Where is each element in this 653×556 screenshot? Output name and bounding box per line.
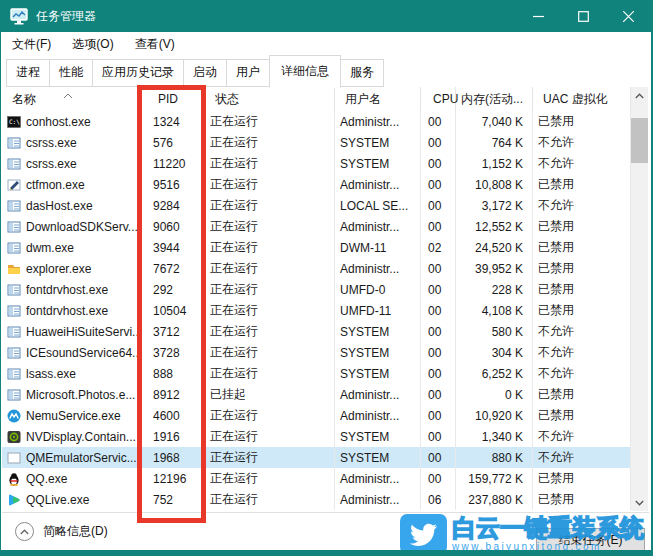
tab-performance[interactable]: 性能 — [49, 59, 93, 87]
process-name: csrss.exe — [26, 157, 77, 171]
fewer-details-label: 简略信息(D) — [43, 523, 108, 540]
process-status: 正在运行 — [205, 153, 335, 174]
table-row[interactable]: QQLive.exe752正在运行Administr...06237,880 K… — [2, 489, 631, 510]
scrollbar-thumb[interactable] — [631, 118, 648, 163]
table-row[interactable]: NVDisplay.Contain...1916正在运行SYSTEM001,34… — [2, 426, 631, 447]
process-user: Administr... — [335, 174, 421, 195]
menubar: 文件(F)选项(O)查看(V) — [2, 32, 649, 56]
process-memory: 12,552 K — [456, 216, 533, 237]
table-row[interactable]: ICEsoundService64...3728正在运行SYSTEM00304 … — [2, 342, 631, 363]
process-uac: 已禁用 — [533, 384, 631, 405]
table-row[interactable]: C:\conhost.exe1324正在运行Administr...007,04… — [2, 111, 631, 132]
table-row[interactable]: csrss.exe576正在运行SYSTEM00764 K不允许 — [2, 132, 631, 153]
process-user: Administr... — [335, 489, 421, 510]
process-name-cell: NVDisplay.Contain... — [2, 426, 139, 447]
process-status: 正在运行 — [205, 237, 335, 258]
table-row[interactable]: QQ.exe12196正在运行Administr...00159,772 K已禁… — [2, 468, 631, 489]
column-header-label: 名称 — [7, 91, 36, 108]
process-name-cell: fontdrvhost.exe — [2, 300, 139, 321]
fewer-details-toggle[interactable]: 简略信息(D) — [15, 522, 108, 541]
table-row[interactable]: csrss.exe11220正在运行SYSTEM001,152 K不允许 — [2, 153, 631, 174]
process-pid: 12196 — [139, 468, 205, 489]
column-header-uac[interactable]: UAC 虚拟化 — [533, 87, 631, 111]
process-pid: 888 — [139, 363, 205, 384]
table-row[interactable]: Microsoft.Photos.e...8912已挂起Administr...… — [2, 384, 631, 405]
minimize-button[interactable] — [516, 0, 561, 32]
tab-details[interactable]: 详细信息 — [269, 55, 341, 88]
close-button[interactable] — [606, 0, 651, 32]
process-cpu: 00 — [421, 363, 456, 384]
table-row[interactable]: ctfmon.exe9516正在运行Administr...0010,808 K… — [2, 174, 631, 195]
process-status: 正在运行 — [205, 132, 335, 153]
process-name-cell: lsass.exe — [2, 363, 139, 384]
process-user: LOCAL SE... — [335, 195, 421, 216]
column-header-mem[interactable]: 内存(活动... — [456, 87, 533, 111]
column-header-label: 用户名 — [340, 91, 381, 108]
process-user: UMFD-11 — [335, 300, 421, 321]
process-status: 正在运行 — [205, 405, 335, 426]
process-status: 正在运行 — [205, 279, 335, 300]
column-header-user[interactable]: 用户名 — [335, 87, 421, 111]
process-cpu: 00 — [421, 153, 456, 174]
process-name: NemuService.exe — [26, 409, 121, 423]
process-cpu: 00 — [421, 384, 456, 405]
task-manager-window: 任务管理器 文件(F)选项(O)查看(V) 进程性能应用历史记录启动用户详细信息… — [0, 0, 653, 556]
table-row[interactable]: fontdrvhost.exe292正在运行UMFD-000228 K已禁用 — [2, 279, 631, 300]
process-uac: 已禁用 — [533, 300, 631, 321]
tab-startup[interactable]: 启动 — [183, 59, 227, 87]
process-uac: 不允许 — [533, 447, 631, 468]
process-name-cell: dasHost.exe — [2, 195, 139, 216]
table-row[interactable]: DownloadSDKServ...9060正在运行Administr...00… — [2, 216, 631, 237]
process-name: fontdrvhost.exe — [26, 304, 108, 318]
process-name: DownloadSDKServ... — [26, 220, 138, 234]
vertical-scrollbar[interactable] — [631, 87, 648, 511]
process-name: explorer.exe — [26, 262, 91, 276]
process-pid: 3728 — [139, 342, 205, 363]
process-pid: 8912 — [139, 384, 205, 405]
menu-view[interactable]: 查看(V) — [135, 36, 175, 53]
table-row[interactable]: dwm.exe3944正在运行DWM-110224,520 K已禁用 — [2, 237, 631, 258]
qq-icon — [7, 472, 21, 486]
qqlive-icon — [7, 493, 21, 507]
maximize-button[interactable] — [561, 0, 606, 32]
menu-file[interactable]: 文件(F) — [12, 36, 51, 53]
tab-app-history[interactable]: 应用历史记录 — [92, 59, 184, 87]
process-memory: 3,172 K — [456, 195, 533, 216]
process-cpu: 00 — [421, 447, 456, 468]
tab-services[interactable]: 服务 — [340, 59, 384, 87]
process-user: UMFD-0 — [335, 279, 421, 300]
tab-users[interactable]: 用户 — [226, 59, 270, 87]
process-name: Microsoft.Photos.e... — [26, 388, 135, 402]
column-header-cpu[interactable]: CPU — [421, 87, 456, 111]
scroll-up-button[interactable] — [631, 87, 648, 104]
process-uac: 不允许 — [533, 321, 631, 342]
process-name: dasHost.exe — [26, 199, 93, 213]
process-name-cell: dwm.exe — [2, 237, 139, 258]
scroll-down-button[interactable] — [631, 494, 648, 511]
process-memory: 10,808 K — [456, 174, 533, 195]
process-uac: 已禁用 — [533, 216, 631, 237]
process-user: SYSTEM — [335, 363, 421, 384]
table-row[interactable]: explorer.exe7672正在运行Administr...0039,952… — [2, 258, 631, 279]
process-memory: 1,340 K — [456, 426, 533, 447]
process-name-cell: HuaweiHiSuiteServi... — [2, 321, 139, 342]
table-row[interactable]: HuaweiHiSuiteServi...3712正在运行SYSTEM00580… — [2, 321, 631, 342]
process-memory: 880 K — [456, 447, 533, 468]
process-name: csrss.exe — [26, 136, 77, 150]
menu-options[interactable]: 选项(O) — [72, 36, 113, 53]
defaultexe-icon — [7, 283, 21, 297]
process-name-cell: ctfmon.exe — [2, 174, 139, 195]
column-header-label: CPU — [428, 92, 458, 106]
process-name-cell: Microsoft.Photos.e... — [2, 384, 139, 405]
table-row[interactable]: QMEmulatorServic...1968正在运行SYSTEM00880 K… — [2, 447, 631, 468]
column-header-pid[interactable]: PID — [139, 87, 205, 111]
table-row[interactable]: NemuService.exe4600正在运行Administr...0010,… — [2, 405, 631, 426]
column-header-status[interactable]: 状态 — [205, 87, 335, 111]
table-row[interactable]: lsass.exe888正在运行SYSTEM006,252 K不允许 — [2, 363, 631, 384]
process-name-cell: csrss.exe — [2, 153, 139, 174]
tab-processes[interactable]: 进程 — [6, 59, 50, 87]
table-row[interactable]: fontdrvhost.exe10504正在运行UMFD-11004,108 K… — [2, 300, 631, 321]
process-cpu: 00 — [421, 216, 456, 237]
column-header-name[interactable]: 名称 — [2, 87, 139, 111]
table-row[interactable]: dasHost.exe9284正在运行LOCAL SE...003,172 K不… — [2, 195, 631, 216]
